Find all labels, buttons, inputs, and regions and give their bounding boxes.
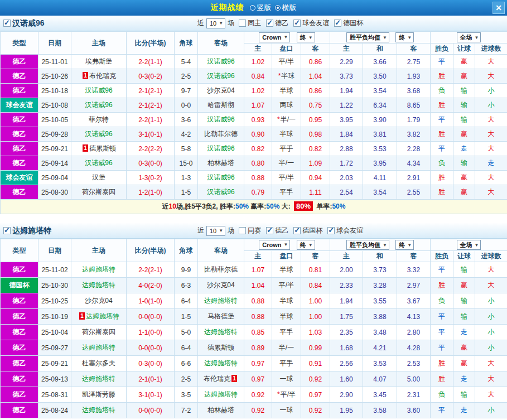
home-team-cell: 杜塞尔多夫 — [71, 356, 127, 371]
col-result-goals: 进球数 — [475, 44, 507, 55]
home-team-cell: 凯泽斯劳滕 — [71, 387, 127, 403]
avg-home-cell: 1.95 — [330, 403, 363, 418]
away-odds-cell: 0.75 — [301, 98, 330, 113]
scope-select[interactable]: 全场▼ — [457, 32, 481, 42]
star-icon: * — [277, 115, 280, 123]
league-cell: 德乙 — [1, 387, 38, 403]
match-count-select[interactable]: 10▼ — [206, 226, 225, 236]
close-icon[interactable]: ✕ — [492, 2, 505, 14]
checkbox-icon[interactable] — [266, 227, 273, 234]
handicap-cell: 一球 — [272, 403, 301, 418]
league-cell: 球会友谊 — [1, 98, 38, 113]
match-count-select[interactable]: 10▼ — [206, 18, 225, 28]
filter-option[interactable]: 德国杯 — [334, 18, 363, 28]
filter-option[interactable]: 德乙 — [266, 18, 288, 28]
checkbox-icon[interactable] — [293, 20, 301, 27]
corner-cell: 3-6 — [175, 113, 198, 127]
league-cell: 德乙 — [1, 356, 38, 371]
bookmaker-select[interactable]: Crown▼ — [259, 32, 290, 42]
match-row: 德乙25-08-30荷尔斯泰因1-2(1-0)1-5汉诺威960.79平手1.1… — [1, 185, 507, 200]
home-odds-cell: 1.04 — [244, 278, 272, 293]
handicap-cell: 一球 — [272, 371, 301, 387]
handicap-cell: 半/一 — [272, 340, 301, 356]
avg-away-cell: 8.65 — [397, 98, 431, 113]
avg-final-select[interactable]: 终▼ — [395, 240, 414, 250]
away-team-cell: 汉诺威96 — [198, 55, 244, 69]
home-team-name: 汉诺威96 — [85, 101, 112, 109]
chevron-down-icon: ▼ — [407, 243, 412, 248]
col-type: 类型 — [1, 32, 38, 55]
corner-cell: 5-0 — [175, 325, 198, 340]
checkbox-icon[interactable] — [293, 227, 301, 234]
home-odds-cell: 0.97 — [244, 371, 272, 387]
avg-draw-cell: 3.54 — [363, 84, 397, 98]
league-cell: 德乙 — [1, 127, 38, 142]
result-goals-cell: 大 — [475, 69, 507, 84]
score-cell: 3-1(0-1) — [127, 127, 175, 142]
match-row: 德乙25-09-13达姆施塔特2-1(0-1)2-5布伦瑞克10.97一球0.9… — [1, 371, 507, 387]
odds-final-select[interactable]: 终▼ — [297, 32, 315, 42]
away-team-cell: 汉诺威96 — [198, 185, 244, 200]
home-team-cell: 达姆施塔特 — [71, 278, 127, 293]
radio-vertical-icon[interactable] — [250, 5, 255, 11]
home-odds-cell: 0.92 — [244, 403, 272, 418]
score-cell: 1-1(0-0) — [127, 325, 175, 340]
league-cell: 德乙 — [1, 156, 38, 171]
home-odds-cell: 0.88 — [244, 309, 272, 325]
home-odds-cell: 0.89 — [244, 340, 272, 356]
layout-vertical-option[interactable]: 竖版 — [257, 3, 272, 13]
layout-horizontal-option[interactable]: 横版 — [282, 3, 297, 13]
col-odds-away: 客 — [301, 44, 330, 55]
avg-final-select[interactable]: 终▼ — [395, 32, 414, 42]
match-row: 德乙25-08-31凯泽斯劳滕3-1(0-1)3-5达姆施塔特0.92*平/半0… — [1, 387, 507, 403]
filter-option[interactable]: 球会友谊 — [293, 18, 329, 28]
checkbox-icon[interactable] — [239, 20, 246, 27]
filter-label: 球会友谊 — [302, 18, 329, 28]
away-team-cell: 达姆施塔特 — [198, 356, 244, 371]
bookmaker-select[interactable]: Crown▼ — [259, 240, 290, 250]
filter-option[interactable]: 德乙 — [266, 226, 288, 235]
score-cell: 0-3(0-0) — [127, 156, 175, 171]
match-row: 德乙25-09-28汉诺威963-1(0-1)4-2比勒菲尔德0.90半球0.9… — [1, 127, 507, 142]
checkbox-icon[interactable] — [327, 227, 335, 234]
filter-option[interactable]: 德国杯 — [293, 226, 322, 235]
league-cell: 德乙 — [1, 185, 38, 200]
result-handicap-cell: 输 — [453, 156, 475, 171]
filter-label: 德乙 — [275, 226, 288, 235]
odds-final-select[interactable]: 终▼ — [297, 240, 315, 250]
home-team-cell: 汉诺威96 — [71, 156, 127, 171]
avg-odds-select[interactable]: 胜平负均值▼ — [346, 32, 389, 42]
team-section-hannover: 汉诺威96 近 10▼ 场 同主德乙球会友谊德国杯 类型 日期 主场 比分(半场… — [0, 16, 507, 214]
section-divider — [0, 214, 507, 223]
team-checkbox-icon[interactable] — [3, 227, 11, 234]
away-team-cell: 布伦瑞克1 — [198, 371, 244, 387]
checkbox-icon[interactable] — [266, 20, 273, 27]
team-name: 达姆施塔特 — [12, 226, 51, 236]
away-team-name: 柏林赫塔 — [207, 159, 234, 167]
col-handicap: 盘口 — [272, 251, 301, 262]
away-team-name: 布伦瑞克 — [204, 375, 230, 383]
date-cell: 25-11-01 — [38, 55, 71, 69]
home-team-cell: 1德累斯顿 — [71, 142, 127, 156]
checkbox-icon[interactable] — [239, 227, 246, 234]
filter-label: 德国杯 — [343, 18, 363, 28]
filter-option[interactable]: 球会友谊 — [327, 226, 363, 235]
team-checkbox-icon[interactable] — [3, 20, 11, 27]
filter-option[interactable]: 同赛 — [239, 226, 261, 235]
result-wdl-cell: 平 — [431, 262, 453, 278]
home-team-cell: 达姆施塔特 — [71, 262, 127, 278]
summary-text: 单率: — [315, 202, 332, 210]
checkbox-icon[interactable] — [334, 20, 341, 27]
filter-option[interactable]: 同主 — [239, 18, 261, 28]
result-handicap-cell: 输 — [453, 113, 475, 127]
col-result-goals: 进球数 — [475, 251, 507, 262]
avg-away-cell: 4.28 — [397, 340, 431, 356]
league-cell: 德乙 — [1, 55, 38, 69]
avg-home-cell: 2.35 — [330, 325, 363, 340]
team-name: 汉诺威96 — [12, 18, 45, 28]
radio-horizontal-icon[interactable] — [275, 5, 281, 11]
avg-odds-select[interactable]: 胜平负均值▼ — [346, 240, 389, 250]
result-handicap-cell: 输 — [453, 84, 475, 98]
chevron-down-icon: ▼ — [383, 35, 387, 40]
scope-select[interactable]: 全场▼ — [457, 240, 481, 250]
